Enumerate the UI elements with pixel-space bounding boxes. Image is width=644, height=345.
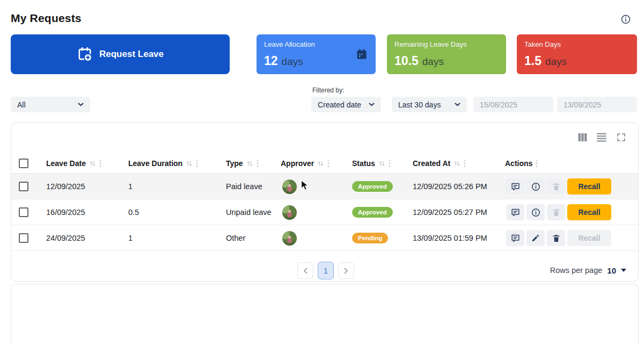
- card-label: Remaining Leave Days: [394, 40, 499, 48]
- info-icon[interactable]: [620, 14, 631, 25]
- comment-button[interactable]: [506, 230, 524, 246]
- card-unit: days: [282, 56, 303, 68]
- table-row[interactable]: 12/09/2025 1 Paid leave Approved 12/09/2…: [11, 174, 638, 199]
- card-label: Taken Days: [524, 40, 630, 48]
- requests-table: Leave Date Leave Duration Type Approver: [11, 123, 639, 282]
- sort-icon: [89, 160, 96, 167]
- comment-icon: [510, 182, 521, 192]
- recall-button: Recall: [567, 230, 611, 246]
- column-header-leave-date[interactable]: Leave Date: [46, 153, 101, 174]
- filtered-by-label: Filtered by:: [312, 87, 344, 94]
- kebab-menu-icon: [536, 160, 538, 168]
- approver-avatar[interactable]: [282, 231, 297, 246]
- status-badge: Approved: [352, 207, 393, 218]
- kebab-menu-icon: [389, 160, 391, 168]
- filter-range-select[interactable]: Last 30 days: [392, 97, 467, 112]
- edit-button[interactable]: [526, 230, 545, 246]
- page-1-button[interactable]: 1: [318, 262, 334, 279]
- row-checkbox[interactable]: [19, 207, 28, 217]
- column-header-created-at[interactable]: Created At: [413, 153, 466, 174]
- leave-allocation-card: Leave Allocation 12 days: [257, 34, 376, 74]
- rows-per-page-label: Rows per page: [550, 266, 603, 275]
- prev-page-button[interactable]: [297, 262, 313, 279]
- table-row[interactable]: 16/09/2025 0.5 Unpaid leave Approved 12/…: [11, 199, 638, 225]
- request-leave-button[interactable]: Request Leave: [11, 34, 230, 74]
- cell-status: Approved: [352, 174, 393, 199]
- cell-approver: [282, 174, 297, 199]
- cell-leave-duration: 0.5: [128, 199, 139, 225]
- table-header-row: Leave Date Leave Duration Type Approver: [11, 153, 638, 174]
- recall-button[interactable]: Recall: [567, 178, 611, 195]
- filter-field-select[interactable]: Created date: [311, 97, 381, 112]
- approver-avatar[interactable]: [282, 179, 297, 194]
- column-header-approver[interactable]: Approver: [281, 153, 330, 174]
- request-leave-label: Request Leave: [99, 49, 164, 60]
- remaining-leave-card: Remaining Leave Days 10.5 days: [387, 34, 506, 74]
- cell-approver: [282, 199, 297, 225]
- details-button[interactable]: [526, 178, 545, 195]
- comment-icon: [510, 207, 521, 218]
- delete-button[interactable]: [547, 230, 565, 246]
- sort-icon: [453, 160, 460, 167]
- kebab-menu-icon: [257, 160, 259, 168]
- comment-button[interactable]: [506, 178, 524, 195]
- info-icon: [531, 207, 541, 218]
- row-checkbox[interactable]: [19, 233, 28, 243]
- trash-icon: [552, 234, 561, 243]
- chevron-down-icon: [369, 103, 375, 106]
- rows-per-page-value: 10: [607, 266, 616, 275]
- cell-leave-date: 24/09/2025: [46, 225, 85, 251]
- columns-icon[interactable]: [576, 131, 589, 143]
- column-header-actions: Actions: [505, 153, 538, 174]
- filter-range-value: Last 30 days: [398, 100, 441, 109]
- status-badge: Approved: [352, 181, 393, 192]
- date-from-input[interactable]: [473, 97, 553, 112]
- next-page-button[interactable]: [338, 262, 354, 279]
- fullscreen-icon[interactable]: [614, 131, 627, 143]
- cell-type: Unpaid leave: [226, 199, 272, 225]
- cell-type: Other: [226, 225, 245, 251]
- approver-avatar[interactable]: [282, 205, 297, 220]
- status-badge: Pending: [352, 233, 388, 243]
- type-filter-select[interactable]: All: [11, 97, 90, 112]
- info-icon: [531, 182, 541, 192]
- cell-leave-date: 12/09/2025: [46, 174, 85, 199]
- cell-status: Approved: [352, 199, 393, 225]
- lower-panel: [11, 284, 639, 345]
- comment-button[interactable]: [506, 204, 524, 220]
- card-value: 1.5: [524, 54, 541, 68]
- card-value: 12: [264, 54, 278, 68]
- cell-leave-duration: 1: [128, 174, 133, 199]
- row-checkbox[interactable]: [19, 182, 28, 191]
- cell-created-at: 12/09/2025 05:26 PM: [413, 174, 487, 199]
- cell-leave-duration: 1: [128, 225, 133, 251]
- chevron-left-icon: [303, 268, 308, 274]
- kebab-menu-icon: [464, 160, 466, 168]
- caret-down-icon: [621, 269, 626, 272]
- kebab-menu-icon: [196, 160, 198, 168]
- table-row[interactable]: 24/09/2025 1 Other Pending 13/09/2025 01…: [11, 225, 638, 251]
- pencil-icon: [531, 234, 540, 242]
- sort-icon: [378, 160, 385, 167]
- column-header-status[interactable]: Status: [352, 153, 391, 174]
- cell-created-at: 12/09/2025 05:27 PM: [413, 199, 487, 225]
- card-unit: days: [545, 56, 567, 68]
- card-unit: days: [422, 56, 444, 68]
- cell-actions: Recall: [506, 199, 611, 225]
- sort-icon: [317, 160, 324, 167]
- trash-icon: [552, 208, 561, 217]
- row-density-icon[interactable]: [595, 131, 608, 143]
- cell-approver: [282, 225, 297, 251]
- rows-per-page-select[interactable]: Rows per page 10: [550, 262, 626, 279]
- details-button[interactable]: [526, 204, 545, 220]
- date-to-input[interactable]: [557, 97, 637, 112]
- type-filter-value: All: [17, 100, 26, 109]
- sort-icon: [186, 160, 193, 167]
- select-all-checkbox[interactable]: [19, 159, 28, 168]
- recall-button[interactable]: Recall: [567, 204, 611, 220]
- kebab-menu-icon: [99, 160, 101, 168]
- delete-button: [547, 204, 565, 220]
- calendar-plus-icon: [77, 46, 93, 62]
- column-header-leave-duration[interactable]: Leave Duration: [128, 153, 198, 174]
- column-header-type[interactable]: Type: [226, 153, 259, 174]
